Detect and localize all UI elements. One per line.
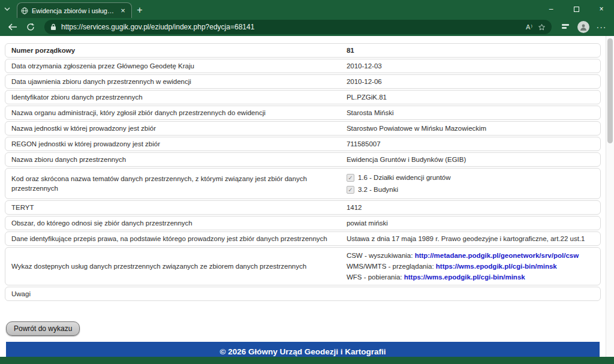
row-label: Wykaz dostępnych usług danych przestrzen… — [11, 261, 347, 271]
table-row: Kod oraz skrócona nazwa tematów danych p… — [5, 168, 601, 199]
row-value: 711585007 — [347, 139, 594, 149]
browser-tab[interactable]: Ewidencja zbiorów i usług danych × — [17, 2, 132, 18]
row-label: Identyfikator zbioru danych przestrzenny… — [11, 92, 347, 102]
topic-checkbox[interactable]: ✓ — [347, 174, 354, 182]
table-row: Dane identyfikujące przepis prawa, na po… — [5, 231, 601, 246]
row-label: Data ujawnienia zbioru danych przestrzen… — [11, 77, 347, 86]
row-label: Uwagi — [11, 289, 347, 299]
row-value: CSW - wyszukiwania: http://metadane.podg… — [347, 249, 594, 283]
row-label: Nazwa zbioru danych przestrzennych — [11, 155, 347, 164]
topic-checkbox[interactable]: ✓ — [347, 186, 354, 194]
page-footer: © 2026 Główny Urząd Geodezji i Kartograf… — [6, 342, 600, 357]
table-row: Numer porządkowy81 — [5, 43, 601, 58]
table-row: TERYT1412 — [5, 200, 601, 215]
new-tab-button[interactable]: + — [132, 2, 148, 18]
back-icon[interactable] — [5, 20, 20, 34]
service-line: CSW - wyszukiwania: http://metadane.podg… — [347, 251, 594, 260]
browser-toolbar: https://services.gugik.gov.pl/eziudp/ind… — [0, 18, 614, 36]
service-link[interactable]: https://wms.epodgik.pl/cgi-bin/minsk — [436, 263, 557, 270]
window-close-button[interactable]: × — [589, 0, 614, 18]
service-prefix: WMS/WMTS - przeglądania: — [347, 263, 436, 270]
tab-search-chevron-icon[interactable] — [0, 0, 14, 18]
table-row: Wykaz dostępnych usług danych przestrzen… — [5, 247, 601, 285]
table-row: Data otrzymania zgłoszenia przez Główneg… — [5, 59, 601, 73]
row-label: Obszar, do którego odnosi się zbiór dany… — [11, 218, 347, 228]
address-bar[interactable]: https://services.gugik.gov.pl/eziudp/ind… — [44, 20, 552, 34]
row-value: Ustawa z dnia 17 maja 1989 r. Prawo geod… — [347, 234, 594, 243]
footer-text: © 2026 Główny Urząd Geodezji i Kartograf… — [219, 347, 386, 356]
service-link[interactable]: http://metadane.podgik.pl/geonetwork/srv… — [415, 252, 579, 259]
return-to-list-button[interactable]: Powrót do wykazu — [6, 321, 80, 336]
read-aloud-icon[interactable]: A⁾ — [526, 23, 533, 31]
row-label: Data otrzymania zgłoszenia przez Główneg… — [11, 61, 347, 71]
service-prefix: CSW - wyszukiwania: — [347, 252, 415, 259]
topic-item: ✓1.6 - Działki ewidencji gruntów — [347, 173, 594, 182]
row-value: PL.PZGiK.81 — [347, 92, 594, 102]
settings-more-icon[interactable]: ··· — [594, 20, 609, 34]
row-value: ✓1.6 - Działki ewidencji gruntów✓3.2 - B… — [347, 170, 594, 197]
row-value: 81 — [347, 46, 594, 55]
info-table: Numer porządkowy81Data otrzymania zgłosz… — [5, 43, 601, 301]
lock-icon — [50, 23, 56, 31]
table-row: REGON jednostki w której prowadzony jest… — [5, 137, 601, 151]
row-label: Dane identyfikujące przepis prawa, na po… — [11, 234, 347, 243]
tab-close-icon[interactable]: × — [118, 6, 128, 16]
table-row: Uwagi — [5, 287, 601, 301]
page-content: Numer porządkowy81Data otrzymania zgłosz… — [0, 36, 606, 357]
row-value: 2010-12-06 — [347, 77, 594, 86]
tab-title: Ewidencja zbiorów i usług danych — [32, 7, 115, 14]
browser-essentials-icon[interactable] — [558, 20, 573, 34]
row-label: Nazwa jednostki w której prowadzony jest… — [11, 124, 347, 133]
service-line: WMS/WMTS - przeglądania: https://wms.epo… — [347, 261, 594, 271]
vertical-scrollbar[interactable] — [606, 36, 614, 357]
topic-label: 1.6 - Działki ewidencji gruntów — [358, 173, 451, 182]
maximize-button[interactable] — [564, 0, 589, 18]
browser-window: Ewidencja zbiorów i usług danych × + – ×… — [0, 0, 614, 364]
row-label: REGON jednostki w której prowadzony jest… — [11, 139, 347, 149]
table-row: Obszar, do którego odnosi się zbiór dany… — [5, 216, 601, 230]
favorites-star-icon[interactable] — [538, 23, 546, 31]
row-label: Numer porządkowy — [11, 46, 347, 55]
profile-avatar[interactable] — [576, 20, 591, 34]
topic-label: 3.2 - Budynki — [358, 185, 398, 194]
table-row: Nazwa organu administracji, który zgłosi… — [5, 106, 601, 120]
row-value: Ewidencja Gruntów i Budynków (EGIB) — [347, 155, 594, 164]
service-link[interactable]: https://wms.epodgik.pl/cgi-bin/minsk — [404, 273, 525, 281]
row-label: Kod oraz skrócona nazwa tematów danych p… — [11, 174, 347, 193]
row-label: TERYT — [11, 203, 347, 212]
table-row: Nazwa jednostki w której prowadzony jest… — [5, 121, 601, 136]
row-label: Nazwa organu administracji, który zgłosi… — [11, 108, 347, 118]
refresh-icon[interactable] — [23, 20, 38, 34]
table-row: Nazwa zbioru danych przestrzennychEwiden… — [5, 152, 601, 167]
globe-icon — [21, 7, 28, 14]
row-value: Starosta Miński — [347, 108, 594, 118]
row-value: powiat miński — [347, 218, 594, 228]
row-value: 1412 — [347, 203, 594, 212]
minimize-button[interactable]: – — [538, 0, 564, 18]
topic-item: ✓3.2 - Budynki — [347, 185, 594, 194]
title-bar: Ewidencja zbiorów i usług danych × + – × — [0, 0, 614, 18]
row-value: Starostwo Powiatowe w Mińsku Mazowieckim — [347, 124, 594, 133]
table-row: Data ujawnienia zbioru danych przestrzen… — [5, 74, 601, 89]
url-text[interactable]: https://services.gugik.gov.pl/eziudp/ind… — [61, 23, 521, 31]
window-bottom-edge — [0, 357, 614, 364]
service-prefix: WFS - pobierania: — [347, 273, 404, 281]
scrollbar-thumb[interactable] — [607, 38, 613, 143]
service-line: WFS - pobierania: https://wms.epodgik.pl… — [347, 272, 594, 282]
table-row: Identyfikator zbioru danych przestrzenny… — [5, 90, 601, 104]
row-value: 2010-12-03 — [347, 61, 594, 71]
